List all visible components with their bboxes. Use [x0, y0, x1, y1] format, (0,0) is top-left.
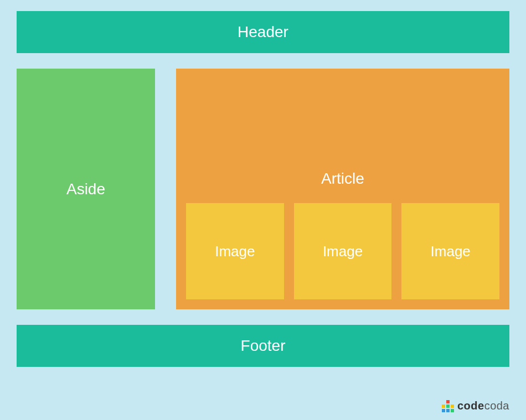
aside-label: Aside [66, 180, 105, 198]
image-box: Image [294, 203, 392, 299]
article-label: Article [321, 170, 364, 188]
image-row: Image Image Image [186, 203, 499, 299]
header-region: Header [17, 11, 509, 53]
brand: codecoda [442, 400, 509, 412]
image-label: Image [323, 243, 363, 260]
footer-region: Footer [17, 325, 509, 367]
brand-name-light: coda [484, 400, 509, 412]
image-box: Image [186, 203, 284, 299]
image-label: Image [431, 243, 471, 260]
footer-label: Footer [241, 337, 286, 354]
brand-name-bold: code [457, 400, 484, 412]
article-region: Article Image Image Image [176, 69, 509, 309]
aside-region: Aside [17, 69, 155, 309]
image-box: Image [401, 203, 499, 299]
brand-logo-icon [442, 400, 454, 412]
image-label: Image [215, 243, 255, 260]
header-label: Header [238, 23, 288, 40]
brand-text: codecoda [457, 400, 509, 412]
middle-row: Aside Article Image Image Image [17, 69, 509, 309]
